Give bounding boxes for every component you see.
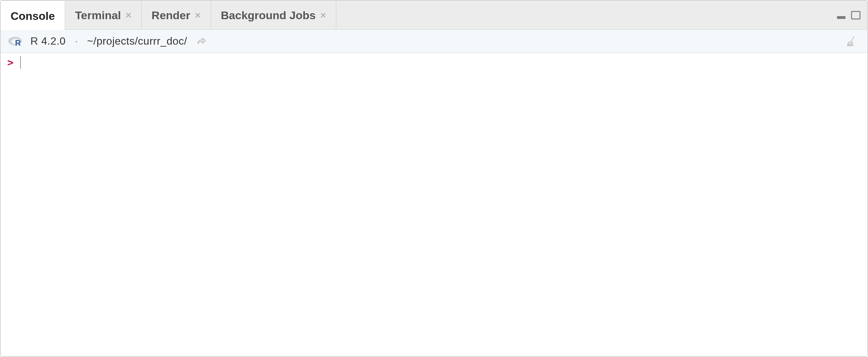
tab-label: Terminal bbox=[75, 9, 121, 22]
svg-text:R: R bbox=[15, 38, 21, 47]
minimize-icon[interactable] bbox=[836, 9, 847, 21]
console-panel: Console Terminal × Render × Background J… bbox=[0, 0, 868, 357]
tab-strip-spacer bbox=[336, 1, 836, 29]
tab-label: Render bbox=[152, 9, 190, 22]
svg-line-7 bbox=[850, 44, 850, 46]
prompt-symbol: > bbox=[7, 56, 13, 69]
tab-background-jobs[interactable]: Background Jobs × bbox=[211, 1, 337, 29]
tab-terminal[interactable]: Terminal × bbox=[65, 1, 142, 29]
separator: · bbox=[73, 35, 80, 47]
maximize-icon[interactable] bbox=[850, 9, 861, 21]
r-logo-icon: R bbox=[8, 35, 23, 47]
svg-rect-0 bbox=[837, 16, 845, 19]
tab-label: Console bbox=[10, 9, 55, 23]
close-icon[interactable]: × bbox=[320, 10, 326, 20]
tab-console[interactable]: Console bbox=[1, 1, 65, 30]
tab-strip: Console Terminal × Render × Background J… bbox=[1, 1, 867, 30]
info-bar: R R 4.2.0 · ~/projects/currr_doc/ bbox=[1, 30, 867, 53]
close-icon[interactable]: × bbox=[125, 10, 131, 20]
svg-rect-1 bbox=[851, 11, 860, 19]
r-version-label: R 4.2.0 bbox=[30, 35, 66, 47]
share-arrow-icon[interactable] bbox=[196, 37, 207, 46]
text-cursor bbox=[20, 56, 21, 69]
tab-strip-controls bbox=[836, 1, 867, 29]
tab-render[interactable]: Render × bbox=[142, 1, 211, 29]
svg-line-5 bbox=[851, 37, 854, 41]
tab-label: Background Jobs bbox=[221, 9, 316, 22]
clear-console-icon[interactable] bbox=[845, 35, 860, 48]
console-output[interactable]: > bbox=[1, 53, 867, 356]
svg-line-8 bbox=[851, 43, 852, 46]
close-icon[interactable]: × bbox=[195, 10, 201, 20]
console-prompt-line: > bbox=[7, 56, 861, 69]
working-directory[interactable]: ~/projects/currr_doc/ bbox=[87, 35, 187, 47]
